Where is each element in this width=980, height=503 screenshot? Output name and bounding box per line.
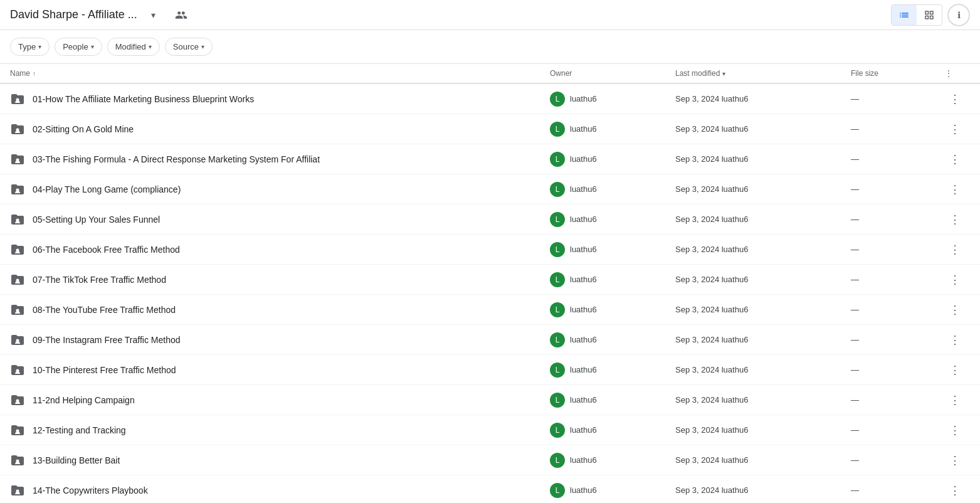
file-size-column-header: File size (851, 69, 945, 78)
cell-name: 09-The Instagram Free Traffic Method (10, 332, 550, 347)
cell-modified: Sep 3, 2024 luathu6 (675, 365, 851, 374)
more-options-button[interactable]: ⋮ (945, 390, 965, 410)
source-filter[interactable]: Source ▾ (165, 38, 213, 56)
cell-owner: L luathu6 (550, 483, 675, 498)
more-options-button[interactable]: ⋮ (945, 149, 965, 169)
table-row[interactable]: 14-The Copywriters Playbook L luathu6 Se… (0, 475, 980, 503)
more-options-button[interactable]: ⋮ (945, 119, 965, 139)
modified-filter[interactable]: Modified ▾ (107, 38, 160, 56)
name-column-header[interactable]: Name ↑ (10, 69, 550, 78)
more-options-button[interactable]: ⋮ (945, 300, 965, 320)
more-column-header: ⋮ (945, 69, 970, 78)
table-row[interactable]: 11-2nd Helping Campaign L luathu6 Sep 3,… (0, 385, 980, 415)
cell-size: — (851, 275, 945, 284)
more-options-button[interactable]: ⋮ (945, 179, 965, 199)
cell-size: — (851, 184, 945, 194)
cell-name: 02-Sitting On A Gold Mine (10, 122, 550, 137)
last-modified-column-header[interactable]: Last modified ▾ (675, 69, 851, 78)
file-name: 14-The Copywriters Playbook (33, 485, 148, 495)
cell-owner: L luathu6 (550, 122, 675, 137)
cell-owner: L luathu6 (550, 363, 675, 378)
cell-size: — (851, 214, 945, 224)
owner-name: luathu6 (570, 184, 597, 194)
folder-shared-icon (10, 302, 25, 317)
file-name: 07-The TikTok Free Traffic Method (33, 275, 166, 285)
table-row[interactable]: 02-Sitting On A Gold Mine L luathu6 Sep … (0, 114, 980, 144)
more-options-button[interactable]: ⋮ (945, 450, 965, 470)
source-filter-label: Source (173, 42, 199, 51)
file-name: 01-How The Affiliate Marketing Business … (33, 94, 254, 104)
table-row[interactable]: 01-How The Affiliate Marketing Business … (0, 84, 980, 114)
table-row[interactable]: 08-The YouTube Free Traffic Method L lua… (0, 295, 980, 325)
more-options-button[interactable]: ⋮ (945, 330, 965, 350)
info-button[interactable]: ℹ (947, 4, 970, 26)
cell-owner: L luathu6 (550, 453, 675, 468)
table-row[interactable]: 05-Setting Up Your Sales Funnel L luathu… (0, 204, 980, 235)
avatar: L (550, 242, 565, 257)
cell-name: 01-How The Affiliate Marketing Business … (10, 92, 550, 107)
cell-name: 06-The Facebook Free Traffic Method (10, 242, 550, 257)
more-options-button[interactable]: ⋮ (945, 240, 965, 260)
avatar: L (550, 92, 565, 107)
table-row[interactable]: 09-The Instagram Free Traffic Method L l… (0, 325, 980, 355)
more-options-button[interactable]: ⋮ (945, 360, 965, 380)
more-options-button[interactable]: ⋮ (945, 420, 965, 440)
file-name: 11-2nd Helping Campaign (33, 395, 135, 405)
more-options-button[interactable]: ⋮ (945, 209, 965, 230)
grid-icon (924, 9, 935, 21)
cell-name: 08-The YouTube Free Traffic Method (10, 302, 550, 317)
cell-size: — (851, 455, 945, 465)
view-toggle (891, 4, 942, 26)
cell-modified: Sep 3, 2024 luathu6 (675, 275, 851, 284)
table-row[interactable]: 04-Play The Long Game (compliance) L lua… (0, 174, 980, 204)
cell-size: — (851, 485, 945, 495)
cell-name: 14-The Copywriters Playbook (10, 483, 550, 498)
owner-name: luathu6 (570, 245, 597, 254)
cell-modified: Sep 3, 2024 luathu6 (675, 154, 851, 164)
more-options-button[interactable]: ⋮ (945, 270, 965, 290)
modified-filter-arrow: ▾ (149, 43, 152, 50)
name-sort-arrow: ↑ (33, 70, 36, 77)
type-filter[interactable]: Type ▾ (10, 38, 50, 56)
folder-shared-icon (10, 453, 25, 468)
cell-size: — (851, 154, 945, 164)
file-name: 08-The YouTube Free Traffic Method (33, 305, 176, 315)
file-name: 09-The Instagram Free Traffic Method (33, 335, 181, 345)
table-row[interactable]: 06-The Facebook Free Traffic Method L lu… (0, 235, 980, 265)
owner-name: luathu6 (570, 154, 597, 164)
avatar: L (550, 152, 565, 167)
file-name: 04-Play The Long Game (compliance) (33, 184, 181, 194)
title-dropdown-button[interactable]: ▾ (142, 4, 165, 26)
file-name: 03-The Fishing Formula - A Direct Respon… (33, 154, 320, 164)
modified-filter-label: Modified (115, 42, 146, 51)
people-icon (175, 9, 187, 21)
folder-shared-icon (10, 363, 25, 378)
cell-name: 04-Play The Long Game (compliance) (10, 182, 550, 197)
more-options-button[interactable]: ⋮ (945, 89, 965, 109)
cell-size: — (851, 305, 945, 314)
owner-name: luathu6 (570, 94, 597, 103)
people-filter[interactable]: People ▾ (55, 38, 102, 56)
cell-name: 03-The Fishing Formula - A Direct Respon… (10, 152, 550, 167)
table-row[interactable]: 10-The Pinterest Free Traffic Method L l… (0, 355, 980, 385)
avatar: L (550, 483, 565, 498)
table-row[interactable]: 13-Building Better Bait L luathu6 Sep 3,… (0, 445, 980, 475)
cell-modified: Sep 3, 2024 luathu6 (675, 455, 851, 465)
avatar: L (550, 302, 565, 317)
cell-owner: L luathu6 (550, 423, 675, 438)
share-people-button[interactable] (170, 4, 192, 26)
owner-name: luathu6 (570, 365, 597, 374)
table-row[interactable]: 03-The Fishing Formula - A Direct Respon… (0, 144, 980, 174)
people-filter-arrow: ▾ (91, 43, 94, 50)
list-view-button[interactable] (892, 5, 917, 25)
table-row[interactable]: 07-The TikTok Free Traffic Method L luat… (0, 265, 980, 295)
cell-owner: L luathu6 (550, 272, 675, 287)
grid-view-button[interactable] (917, 5, 942, 25)
table-row[interactable]: 12-Testing and Tracking L luathu6 Sep 3,… (0, 415, 980, 445)
avatar: L (550, 122, 565, 137)
avatar: L (550, 363, 565, 378)
cell-modified: Sep 3, 2024 luathu6 (675, 335, 851, 344)
file-name: 12-Testing and Tracking (33, 425, 126, 435)
more-options-button[interactable]: ⋮ (945, 480, 965, 500)
file-name: 06-The Facebook Free Traffic Method (33, 245, 180, 255)
